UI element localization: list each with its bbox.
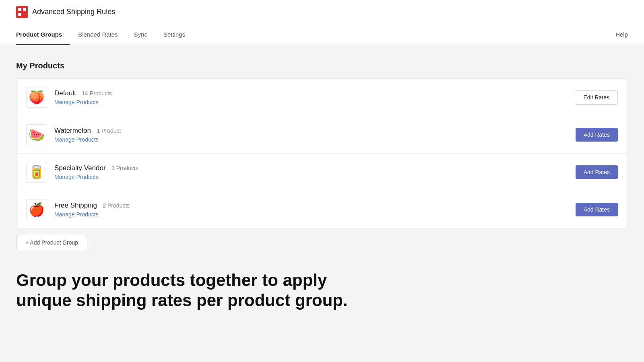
main-nav: Product Groups Blended Rates Sync Settin… [0,24,644,45]
product-info-watermelon: Watermelon 1 Product Manage Products [54,127,576,143]
manage-products-link-specialty[interactable]: Manage Products [54,174,576,180]
manage-products-link-default[interactable]: Manage Products [54,99,575,105]
product-name-freeshipping: Free Shipping [54,202,97,209]
tab-product-groups[interactable]: Product Groups [16,25,70,45]
product-icon-specialty: 🥫 [26,162,47,183]
product-group-row: 🍑 Default 14 Products Manage Products Ed… [17,79,627,116]
tab-settings[interactable]: Settings [155,25,193,45]
svg-rect-3 [18,13,21,16]
help-link[interactable]: Help [615,31,628,38]
svg-rect-4 [23,13,26,16]
promo-text: Group your products together to apply un… [16,270,378,311]
section-title: My Products [16,61,628,70]
product-group-row: 🍉 Watermelon 1 Product Manage Products A… [17,116,627,154]
logo-container: Advanced Shipping Rules [16,6,115,18]
product-info-specialty: Specialty Vendor 3 Products Manage Produ… [54,164,576,180]
manage-products-link-watermelon[interactable]: Manage Products [54,136,576,143]
product-info-freeshipping: Free Shipping 2 Products Manage Products [54,202,576,218]
tab-sync[interactable]: Sync [126,25,155,45]
product-count-watermelon: 1 Product [97,128,121,134]
product-info-default: Default 14 Products Manage Products [54,89,575,105]
product-name-specialty: Specialty Vendor [54,164,106,172]
product-group-row: 🍎 Free Shipping 2 Products Manage Produc… [17,191,627,228]
add-rates-button-watermelon[interactable]: Add Rates [576,128,618,142]
app-header: Advanced Shipping Rules [0,0,644,24]
add-product-group-button[interactable]: + Add Product Group [16,235,87,250]
svg-rect-2 [23,8,26,11]
main-content: My Products 🍑 Default 14 Products Manage… [0,45,644,327]
tab-blended-rates[interactable]: Blended Rates [70,25,126,45]
product-count-freeshipping: 2 Products [103,202,130,209]
edit-rates-button-default[interactable]: Edit Rates [575,90,618,105]
nav-tabs: Product Groups Blended Rates Sync Settin… [16,24,193,45]
add-rates-button-freeshipping[interactable]: Add Rates [576,203,618,216]
product-icon-watermelon: 🍉 [26,124,47,145]
product-icon-freeshipping: 🍎 [26,199,47,220]
product-count-specialty: 3 Products [111,165,138,171]
product-count-default: 14 Products [82,90,112,97]
manage-products-link-freeshipping[interactable]: Manage Products [54,211,576,218]
product-name-watermelon: Watermelon [54,127,91,134]
product-name-default: Default [54,89,76,97]
app-logo-icon [16,6,28,18]
product-groups-card: 🍑 Default 14 Products Manage Products Ed… [16,78,628,228]
app-title: Advanced Shipping Rules [32,8,115,16]
product-icon-default: 🍑 [26,87,47,108]
product-group-row: 🥫 Specialty Vendor 3 Products Manage Pro… [17,154,627,191]
add-rates-button-specialty[interactable]: Add Rates [576,165,618,179]
svg-rect-0 [16,6,28,18]
svg-rect-1 [18,8,21,11]
